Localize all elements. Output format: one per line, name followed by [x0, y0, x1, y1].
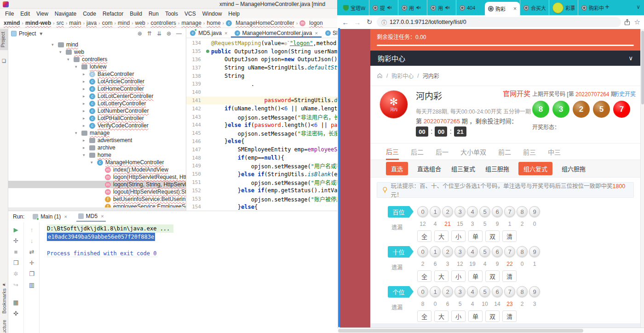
expand-all-icon[interactable]: ⇈: [146, 30, 153, 37]
reload-button[interactable]: ↻: [365, 18, 374, 26]
tree-collapsed-icon[interactable]: ▸: [83, 101, 89, 106]
play-mode-tab[interactable]: 组六胆拖: [561, 162, 586, 175]
tree-item[interactable]: ▸cLotLotCenterController: [8, 92, 186, 100]
official-draw-link[interactable]: 官网开奖: [503, 90, 533, 98]
address-bar[interactable]: ⓘ 127.0.0.1:9712/lot/lottery/list/0: [377, 17, 621, 27]
close-icon[interactable]: ×: [315, 30, 318, 36]
forward-button[interactable]: →: [353, 18, 362, 26]
tree-item[interactable]: ▾home: [8, 151, 186, 159]
tree-expanded-icon[interactable]: ▾: [83, 153, 89, 157]
close-icon[interactable]: ×: [101, 213, 104, 219]
share-icon[interactable]: [624, 19, 631, 26]
digit-ball[interactable]: 9: [529, 246, 540, 257]
tab-search-chevron-icon[interactable]: ∨: [636, 4, 640, 10]
tree-item[interactable]: ▾web: [8, 48, 186, 56]
digit-ball[interactable]: 1: [430, 246, 441, 257]
tree-collapsed-icon[interactable]: ▸: [83, 109, 89, 113]
menu-item[interactable]: Tools: [162, 10, 181, 18]
tree-item[interactable]: mlogon(String, String, HttpServletRe: [8, 181, 186, 188]
tree-item[interactable]: ▾manage: [8, 129, 186, 137]
breadcrumb-item[interactable]: main: [69, 20, 81, 26]
menu-item[interactable]: Build: [126, 10, 145, 18]
quick-select-button[interactable]: 小: [451, 230, 466, 242]
breadcrumb-item[interactable]: java: [86, 20, 97, 26]
tree-collapsed-icon[interactable]: ▸: [83, 72, 89, 76]
close-icon[interactable]: ×: [224, 30, 227, 36]
menu-item[interactable]: Help: [225, 10, 243, 18]
tree-item[interactable]: ▸cLotHomeController: [8, 85, 186, 92]
tool-stripe-structure[interactable]: Structure: [1, 320, 7, 333]
breadcrumb-item[interactable]: com: [102, 20, 113, 26]
tree-item[interactable]: mindex():ModelAndView: [8, 166, 186, 173]
run-tab[interactable]: MD5×: [76, 212, 106, 222]
quick-select-button[interactable]: 双: [485, 230, 500, 242]
close-icon[interactable]: ×: [64, 214, 67, 219]
clear-all-icon[interactable]: ▥: [26, 279, 37, 290]
back-button[interactable]: ←: [341, 18, 350, 26]
menu-item[interactable]: Navigate: [52, 10, 80, 18]
digit-ball[interactable]: 4: [467, 286, 478, 297]
menu-item[interactable]: Refactor: [99, 10, 126, 18]
digit-ball[interactable]: 5: [479, 206, 490, 217]
vertical-scrollbar-thumb[interactable]: [641, 31, 644, 104]
browser-tab[interactable]: 404: [456, 0, 485, 15]
digit-ball[interactable]: 7: [504, 286, 515, 297]
editor-tab[interactable]: c*MD5.java×: [186, 28, 231, 38]
tool-stripe-bookmarks[interactable]: Bookmarks⚑: [1, 282, 7, 314]
horizontal-scrollbar-thumb[interactable]: [338, 329, 583, 333]
digit-ball[interactable]: 1: [430, 206, 441, 217]
lottery-nav-tab[interactable]: 中三: [548, 144, 561, 160]
breadcrumb-item[interactable]: mind: [118, 20, 130, 26]
digit-ball[interactable]: 2: [442, 286, 453, 297]
tree-item[interactable]: mlogon(HttpServletRequest, HttpS: [8, 173, 186, 181]
menu-item[interactable]: VCS: [181, 10, 199, 18]
digit-ball[interactable]: 1: [430, 286, 441, 297]
lottery-nav-tab[interactable]: 后三: [386, 144, 399, 160]
menu-item[interactable]: Code: [80, 10, 99, 18]
tree-item[interactable]: ▾cManageHomeController: [8, 159, 186, 166]
menu-item[interactable]: View: [33, 10, 52, 18]
quick-select-button[interactable]: 大: [434, 310, 448, 322]
up-stack-trace-icon[interactable]: ↑: [26, 224, 37, 235]
tool-stripe-project[interactable]: Project: [0, 29, 8, 50]
browser-tab[interactable]: 提: [369, 0, 398, 15]
digit-ball[interactable]: 0: [417, 206, 428, 217]
digit-ball[interactable]: 9: [529, 206, 540, 217]
lottery-nav-tab[interactable]: 前三: [523, 144, 536, 160]
breadcrumb-item[interactable]: web: [135, 20, 145, 26]
locate-file-icon[interactable]: ⊕: [136, 30, 144, 37]
digit-ball[interactable]: 4: [467, 206, 478, 217]
tree-expanded-icon[interactable]: ▾: [67, 57, 74, 62]
quick-select-button[interactable]: 清: [502, 230, 517, 242]
play-mode-tab[interactable]: 直选: [386, 162, 408, 175]
settings-gear-icon[interactable]: ⊛: [165, 30, 172, 37]
browser-tab[interactable]: 宝塔W: [340, 0, 369, 15]
quick-select-button[interactable]: 小: [451, 310, 466, 322]
vertical-scrollbar[interactable]: [640, 29, 644, 327]
editor-code-area[interactable]: 134@RequestMapping(value=⊙ˇ"logon",metho…: [186, 39, 337, 211]
stop-icon[interactable]: ■: [11, 246, 22, 257]
scroll-to-end-icon[interactable]: ✛: [26, 257, 37, 268]
digit-ball[interactable]: 4: [467, 246, 478, 257]
tree-expanded-icon[interactable]: ▾: [75, 64, 81, 69]
home-icon[interactable]: [377, 73, 383, 79]
tree-item[interactable]: mlogout(HttpServletRequest):String: [8, 188, 186, 195]
browser-tab[interactable]: 合买大: [520, 0, 549, 15]
tree-item[interactable]: fbetUserinfoService:BetUserinfoSer: [8, 195, 186, 203]
digit-ball[interactable]: 8: [517, 286, 528, 297]
editor-tab[interactable]: cSMEmploye: [322, 28, 337, 38]
digit-ball[interactable]: 3: [454, 286, 466, 297]
tree-collapsed-icon[interactable]: ▸: [83, 86, 89, 91]
center-header[interactable]: 购彩中心 ∨: [370, 51, 640, 66]
tree-expanded-icon[interactable]: ▾: [59, 50, 66, 54]
browser-tab[interactable]: 购彩×: [485, 2, 520, 15]
tree-expanded-icon[interactable]: ▾: [75, 131, 81, 135]
horizontal-scrollbar[interactable]: [337, 327, 644, 333]
digit-ball[interactable]: 7: [504, 246, 515, 257]
tree-item[interactable]: ▸advertisement: [8, 137, 186, 144]
tree-collapsed-icon[interactable]: ▸: [83, 116, 89, 121]
lottery-nav-tab[interactable]: 大小单双: [460, 144, 486, 160]
tree-item[interactable]: ▸cLotLotteryController: [8, 100, 186, 107]
tree-item[interactable]: ▾mind: [8, 41, 186, 48]
bookmark-star-icon[interactable]: ☆: [634, 18, 640, 26]
